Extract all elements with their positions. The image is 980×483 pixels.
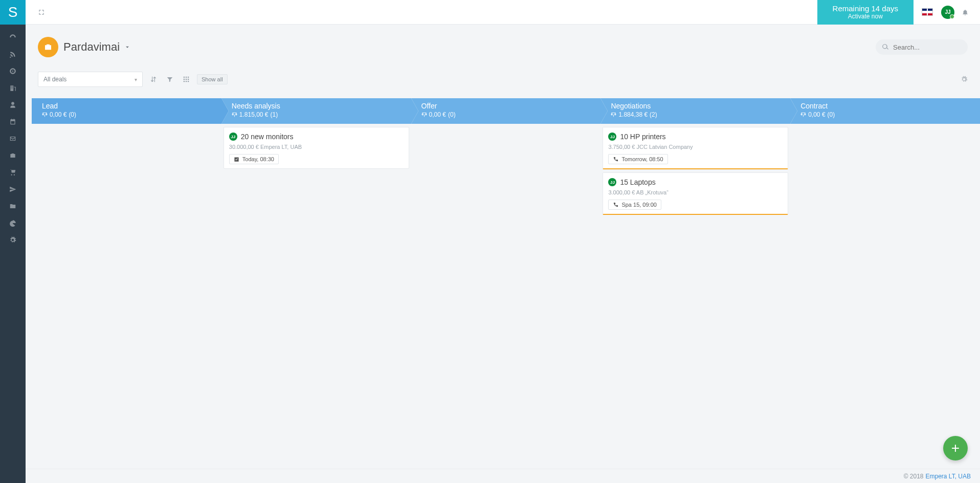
footer-copyright: © 2018 <box>904 473 924 480</box>
nav-calendar[interactable] <box>0 113 26 130</box>
grid-view-icon[interactable] <box>181 76 192 83</box>
scale-icon <box>611 112 616 118</box>
owner-avatar: JJ <box>608 133 616 141</box>
settings-icon[interactable] <box>961 76 968 83</box>
stage-header-needs-analysis[interactable]: Needs analysis 1.815,00 € (1) <box>221 98 411 124</box>
stage-meta: 1.884,38 € (2) <box>611 111 784 118</box>
deal-activity[interactable]: Today, 08:30 <box>229 154 279 164</box>
deal-card[interactable]: JJ 10 HP printers 3.750,00 € JCC Latvian… <box>603 127 788 169</box>
filter-icon[interactable] <box>164 76 175 83</box>
deal-card[interactable]: JJ 20 new monitors 30.000,00 € Empera LT… <box>224 127 409 169</box>
stage-column-lead: Lead 0,00 € (0) <box>32 98 221 221</box>
deal-subtitle: 3.000,00 € AB „Krotuva“ <box>608 189 783 195</box>
stage-header-negotiations[interactable]: Negotiations 1.884,38 € (2) <box>600 98 790 124</box>
nav-settings[interactable] <box>0 231 26 248</box>
phone-icon <box>613 157 618 162</box>
trial-remaining-text: Remaining 14 days <box>833 4 898 13</box>
footer: © 2018 Empera LT, UAB <box>26 469 980 483</box>
phone-icon <box>613 202 618 208</box>
language-flag-uk[interactable] <box>922 8 933 16</box>
topbar: Remaining 14 days Activate now JJ <box>26 0 980 25</box>
stage-header-offer[interactable]: Offer 0,00 € (0) <box>411 98 601 124</box>
trial-banner[interactable]: Remaining 14 days Activate now <box>817 0 914 25</box>
deal-activity[interactable]: Spa 15, 09:00 <box>608 200 661 210</box>
sidebar: S <box>0 0 26 483</box>
stage-name: Needs analysis <box>232 102 405 110</box>
nav-feed[interactable] <box>0 46 26 62</box>
owner-avatar: JJ <box>608 178 616 186</box>
stage-column-needs-analysis: Needs analysis 1.815,00 € (1) JJ 20 new … <box>221 98 411 221</box>
stage-name: Negotiations <box>611 102 784 110</box>
deal-subtitle: 3.750,00 € JCC Latvian Company <box>608 144 783 150</box>
page-title: Pardavimai <box>63 40 120 54</box>
scale-icon <box>800 112 806 118</box>
deal-subtitle: 30.000,00 € Empera LT, UAB <box>229 144 404 150</box>
toolbar: All deals ▾ Show all <box>26 57 980 93</box>
stage-header-contract[interactable]: Contract 0,00 € (0) <box>790 98 980 124</box>
scale-icon <box>42 112 48 118</box>
deal-activity[interactable]: Tomorrow, 08:50 <box>608 154 667 164</box>
caret-down-icon: ▾ <box>135 77 137 82</box>
trial-activate-link: Activate now <box>848 13 883 20</box>
stage-header-lead[interactable]: Lead 0,00 € (0) <box>32 98 221 124</box>
pipeline-icon <box>38 37 58 57</box>
scale-icon <box>421 112 427 118</box>
nav-reports[interactable] <box>0 214 26 231</box>
stage-meta: 0,00 € (0) <box>42 111 215 118</box>
stage-meta: 0,00 € (0) <box>800 111 974 118</box>
scale-icon <box>232 112 237 118</box>
deal-card[interactable]: JJ 15 Laptops 3.000,00 € AB „Krotuva“ Sp… <box>603 172 788 215</box>
user-avatar[interactable]: JJ <box>941 6 954 19</box>
check-icon <box>234 157 239 162</box>
nav-mail[interactable] <box>0 130 26 147</box>
nav-send[interactable] <box>0 181 26 197</box>
footer-company-link[interactable]: Empera LT, UAB <box>926 473 971 480</box>
deals-filter-dropdown[interactable]: All deals ▾ <box>38 72 143 87</box>
stage-column-offer: Offer 0,00 € (0) <box>411 98 601 221</box>
sidebar-nav <box>0 25 26 248</box>
nav-deals[interactable] <box>0 147 26 164</box>
stage-name: Contract <box>800 102 974 110</box>
stage-name: Lead <box>42 102 215 110</box>
deal-title: 10 HP printers <box>620 133 665 141</box>
nav-dashboard[interactable] <box>0 29 26 46</box>
search-input[interactable] <box>876 39 968 55</box>
search-icon <box>882 43 889 51</box>
owner-avatar: JJ <box>229 133 237 141</box>
stage-meta: 1.815,00 € (1) <box>232 111 405 118</box>
notifications-icon[interactable] <box>962 9 969 16</box>
stage-column-contract: Contract 0,00 € (0) <box>790 98 980 221</box>
stage-column-negotiations: Negotiations 1.884,38 € (2) JJ 10 HP pri… <box>600 98 790 221</box>
stage-meta: 0,00 € (0) <box>421 111 595 118</box>
add-deal-fab[interactable]: + <box>943 436 968 460</box>
sort-icon[interactable] <box>148 76 159 83</box>
deal-title: 20 new monitors <box>241 133 294 141</box>
main-content: Pardavimai All deals ▾ Show all <box>26 0 980 483</box>
nav-files[interactable] <box>0 197 26 214</box>
nav-target[interactable] <box>0 62 26 79</box>
search-box <box>876 39 968 55</box>
stage-name: Offer <box>421 102 595 110</box>
nav-cart[interactable] <box>0 164 26 181</box>
fullscreen-icon[interactable] <box>38 9 45 16</box>
pipeline-dropdown-toggle[interactable] <box>124 43 131 51</box>
app-logo[interactable]: S <box>0 0 26 25</box>
kanban-board: Lead 0,00 € (0) Needs analysis 1.815,00 <box>26 98 980 221</box>
show-all-button[interactable]: Show all <box>197 74 228 84</box>
nav-companies[interactable] <box>0 79 26 96</box>
deal-title: 15 Laptops <box>620 178 655 186</box>
nav-contacts[interactable] <box>0 96 26 113</box>
page-header: Pardavimai <box>26 25 980 57</box>
